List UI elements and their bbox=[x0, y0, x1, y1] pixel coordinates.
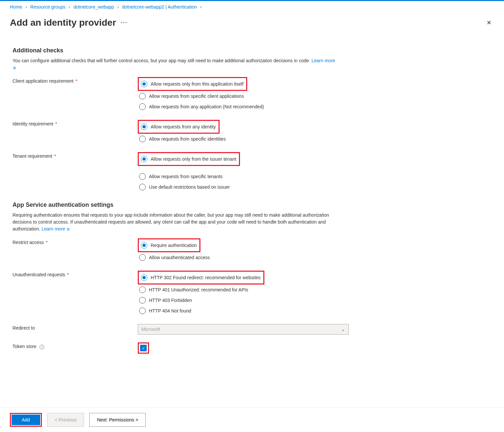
radio-icon bbox=[139, 136, 146, 142]
radio-label: Allow requests only from the issuer tena… bbox=[151, 156, 236, 162]
highlight-client-app-opt1: Allow requests only from this applicatio… bbox=[138, 77, 247, 91]
radio-icon bbox=[139, 308, 146, 314]
label-tenant: Tenant requirement * bbox=[13, 152, 138, 159]
label-redirect: Redirect to bbox=[13, 324, 138, 331]
radio-icon bbox=[141, 156, 147, 162]
radio-unauth-302[interactable]: HTTP 302 Found redirect: recommended for… bbox=[139, 272, 262, 283]
radio-restrict-require[interactable]: Require authentication bbox=[139, 240, 198, 251]
required-asterisk: * bbox=[74, 78, 77, 84]
breadcrumb-webapp[interactable]: dotnetcore_webapp bbox=[74, 4, 114, 10]
section-desc-checks: You can configure additional checks that… bbox=[13, 57, 339, 71]
radio-icon bbox=[139, 173, 146, 180]
radio-icon bbox=[139, 297, 146, 304]
section-heading-auth: App Service authentication settings bbox=[13, 202, 491, 208]
identity-options: Allow requests from any identity Allow r… bbox=[138, 120, 491, 144]
highlight-tenant-opt1: Allow requests only from the issuer tena… bbox=[138, 152, 240, 166]
radio-client-specific[interactable]: Allow requests from specific client appl… bbox=[138, 91, 491, 101]
redirect-option: Microsoft ⌄ bbox=[138, 324, 491, 335]
radio-label: HTTP 401 Unauthorized: recommended for A… bbox=[149, 287, 248, 292]
radio-tenant-issuer[interactable]: Allow requests only from the issuer tena… bbox=[139, 154, 238, 164]
radio-label: Allow requests from specific client appl… bbox=[149, 94, 244, 99]
highlight-restrict-opt1: Require authentication bbox=[138, 238, 200, 252]
radio-icon bbox=[139, 184, 146, 190]
label-identity: Identity requirement * bbox=[13, 120, 138, 126]
radio-label: Allow requests from any application (Not… bbox=[149, 104, 264, 109]
radio-restrict-allow[interactable]: Allow unauthenticated access bbox=[138, 252, 491, 263]
label-token: Token store i bbox=[13, 342, 138, 349]
field-client-app: Client application requirement * Allow r… bbox=[13, 77, 491, 112]
radio-unauth-403[interactable]: HTTP 403 Forbidden bbox=[138, 295, 491, 306]
radio-label: Require authentication bbox=[151, 243, 197, 248]
radio-label: Allow requests only from this applicatio… bbox=[151, 81, 244, 87]
token-store-checkbox[interactable]: ✓ bbox=[140, 345, 147, 351]
tenant-options: Allow requests only from the issuer tena… bbox=[138, 152, 491, 192]
close-icon[interactable]: ✕ bbox=[484, 18, 494, 28]
radio-icon bbox=[139, 103, 146, 110]
field-restrict: Restrict access * Require authentication… bbox=[13, 238, 491, 263]
breadcrumb-authentication[interactable]: dotnetcore-webapp2 | Authentication bbox=[122, 4, 197, 10]
external-link-icon: ⧉ bbox=[67, 227, 70, 231]
radio-icon bbox=[141, 274, 147, 281]
highlight-unauth-opt1: HTTP 302 Found redirect: recommended for… bbox=[138, 271, 264, 284]
chevron-right-icon: › bbox=[69, 4, 70, 10]
label-unauth: Unauthenticated requests * bbox=[13, 271, 138, 277]
page-header: Add an identity provider ··· ✕ bbox=[0, 13, 504, 38]
breadcrumb: Home › Resource groups › dotnetcore_weba… bbox=[0, 1, 504, 13]
restrict-options: Require authentication Allow unauthentic… bbox=[138, 238, 491, 263]
desc-text: You can configure additional checks that… bbox=[13, 58, 310, 63]
breadcrumb-resource-groups[interactable]: Resource groups bbox=[30, 4, 66, 10]
client-app-options: Allow requests only from this applicatio… bbox=[138, 77, 491, 112]
content-area: Additional checks You can configure addi… bbox=[0, 47, 504, 388]
chevron-right-icon: › bbox=[25, 4, 27, 10]
radio-client-any[interactable]: Allow requests from any application (Not… bbox=[138, 101, 491, 112]
chevron-right-icon: › bbox=[117, 4, 119, 10]
radio-icon bbox=[141, 81, 147, 87]
radio-client-app-itself[interactable]: Allow requests only from this applicatio… bbox=[139, 79, 245, 89]
required-asterisk: * bbox=[53, 153, 56, 159]
info-icon[interactable]: i bbox=[40, 345, 44, 349]
page-title-text: Add an identity provider bbox=[10, 17, 116, 28]
required-asterisk: * bbox=[44, 240, 47, 245]
highlight-identity-opt1: Allow requests from any identity bbox=[138, 120, 220, 134]
radio-tenant-specific[interactable]: Allow requests from specific tenants bbox=[138, 171, 491, 182]
check-icon: ✓ bbox=[142, 346, 145, 351]
breadcrumb-home[interactable]: Home bbox=[10, 4, 22, 10]
radio-icon bbox=[139, 93, 146, 99]
page-title: Add an identity provider ··· bbox=[10, 17, 128, 28]
radio-tenant-default[interactable]: Use default restrictions based on issuer bbox=[138, 182, 491, 192]
radio-icon bbox=[139, 254, 146, 261]
field-identity: Identity requirement * Allow requests fr… bbox=[13, 120, 491, 144]
radio-unauth-404[interactable]: HTTP 404 Not found bbox=[138, 306, 491, 316]
field-tenant: Tenant requirement * Allow requests only… bbox=[13, 152, 491, 192]
radio-label: Allow unauthenticated access bbox=[149, 255, 210, 260]
external-link-icon: ⧉ bbox=[13, 66, 16, 70]
radio-identity-specific[interactable]: Allow requests from specific identities bbox=[138, 134, 491, 144]
required-asterisk: * bbox=[66, 272, 69, 277]
label-client-app: Client application requirement * bbox=[13, 77, 138, 84]
chevron-down-icon: ⌄ bbox=[341, 327, 345, 332]
radio-label: HTTP 404 Not found bbox=[149, 308, 191, 313]
token-option: ✓ bbox=[138, 342, 491, 354]
required-asterisk: * bbox=[54, 121, 57, 126]
radio-identity-any[interactable]: Allow requests from any identity bbox=[139, 122, 217, 132]
field-redirect: Redirect to Microsoft ⌄ bbox=[13, 324, 491, 335]
field-unauth: Unauthenticated requests * HTTP 302 Foun… bbox=[13, 271, 491, 316]
section-desc-auth: Requiring authentication ensures that re… bbox=[13, 212, 339, 232]
radio-label: Allow requests from any identity bbox=[151, 124, 216, 129]
more-icon[interactable]: ··· bbox=[121, 19, 128, 26]
radio-label: HTTP 403 Forbidden bbox=[149, 298, 192, 303]
radio-label: HTTP 302 Found redirect: recommended for… bbox=[151, 275, 261, 280]
learn-more-auth[interactable]: Learn more ⧉ bbox=[42, 226, 70, 231]
radio-icon bbox=[141, 242, 147, 249]
radio-label: Allow requests from specific identities bbox=[149, 136, 226, 142]
chevron-right-icon: › bbox=[200, 4, 202, 10]
radio-icon bbox=[139, 286, 146, 293]
redirect-dropdown[interactable]: Microsoft ⌄ bbox=[138, 324, 349, 335]
field-token: Token store i ✓ bbox=[13, 342, 491, 354]
radio-icon bbox=[141, 123, 147, 130]
section-heading-checks: Additional checks bbox=[13, 47, 491, 54]
highlight-token-checkbox: ✓ bbox=[138, 342, 149, 354]
radio-unauth-401[interactable]: HTTP 401 Unauthorized: recommended for A… bbox=[138, 284, 491, 295]
radio-label: Use default restrictions based on issuer bbox=[149, 184, 230, 190]
unauth-options: HTTP 302 Found redirect: recommended for… bbox=[138, 271, 491, 316]
